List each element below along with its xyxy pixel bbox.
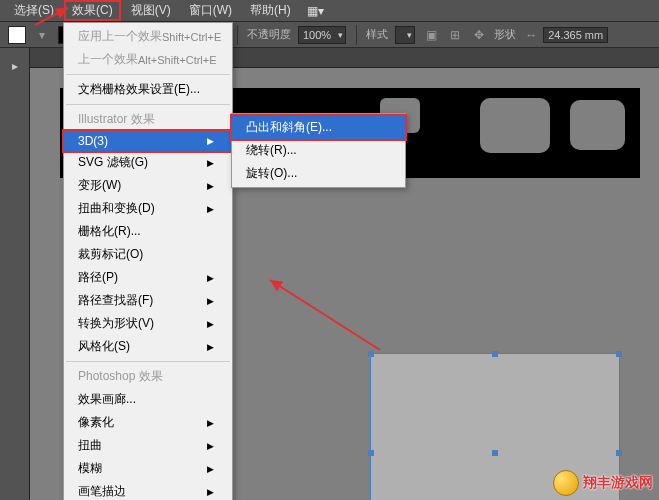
resize-handle[interactable] (368, 450, 374, 456)
menu-blur[interactable]: 模糊 (64, 457, 232, 480)
width-value[interactable]: 24.365 mm (543, 27, 608, 43)
menu-separator (66, 74, 230, 75)
separator (237, 25, 238, 45)
resize-handle[interactable] (616, 351, 622, 357)
toolbar-caret-icon[interactable]: ▾ (318, 4, 324, 18)
menu-doc-raster-settings[interactable]: 文档栅格效果设置(E)... (64, 78, 232, 101)
menu-pathfinder[interactable]: 路径查找器(F) (64, 289, 232, 312)
menu-help[interactable]: 帮助(H) (242, 0, 299, 21)
menu-section-illustrator: Illustrator 效果 (64, 108, 232, 131)
align-icon[interactable]: ▣ (421, 25, 441, 45)
align-icon-2[interactable]: ⊞ (445, 25, 465, 45)
menu-last-effect[interactable]: 上一个效果 Alt+Shift+Ctrl+E (64, 48, 232, 71)
menu-crop-marks[interactable]: 裁剪标记(O) (64, 243, 232, 266)
width-link-icon[interactable]: ↔ (521, 25, 541, 45)
style-combo[interactable] (395, 26, 415, 44)
menu-apply-last-effect[interactable]: 应用上一个效果 Shift+Ctrl+E (64, 25, 232, 48)
opacity-label: 不透明度 (247, 27, 291, 42)
fill-swatch[interactable] (8, 26, 26, 44)
menu-effects[interactable]: 效果(C) (64, 0, 121, 21)
watermark-logo-icon (553, 470, 579, 496)
resize-handle[interactable] (616, 450, 622, 456)
menu-section-photoshop: Photoshop 效果 (64, 365, 232, 388)
menu-warp[interactable]: 变形(W) (64, 174, 232, 197)
menu-view[interactable]: 视图(V) (123, 0, 179, 21)
opacity-combo[interactable]: 100% (298, 26, 346, 44)
resize-handle[interactable] (368, 351, 374, 357)
toolbar-icon[interactable]: ▦ (307, 4, 318, 18)
watermark: 翔丰游戏网 (553, 470, 653, 496)
selection-tool[interactable]: ▸ (3, 54, 27, 78)
transform-icon[interactable]: ✥ (469, 25, 489, 45)
menu-distort[interactable]: 扭曲 (64, 434, 232, 457)
style-label: 样式 (366, 27, 388, 42)
menu-path[interactable]: 路径(P) (64, 266, 232, 289)
menu-rasterize[interactable]: 栅格化(R)... (64, 220, 232, 243)
3d-submenu: 凸出和斜角(E)... 绕转(R)... 旋转(O)... (231, 113, 406, 188)
fill-dropdown-icon[interactable]: ▾ (32, 25, 52, 45)
menu-separator (66, 104, 230, 105)
menu-pixelate[interactable]: 像素化 (64, 411, 232, 434)
menu-separator (66, 361, 230, 362)
menu-3d[interactable]: 3D(3) (64, 131, 232, 151)
menu-select[interactable]: 选择(S) (6, 0, 62, 21)
menu-stylize-ill[interactable]: 风格化(S) (64, 335, 232, 358)
menu-bar: 选择(S) 效果(C) 视图(V) 窗口(W) 帮助(H) ▦ ▾ (0, 0, 659, 22)
tool-strip: ▸ (0, 48, 30, 500)
resize-handle[interactable] (492, 351, 498, 357)
menu-effect-gallery[interactable]: 效果画廊... (64, 388, 232, 411)
menu-svg-filters[interactable]: SVG 滤镜(G) (64, 151, 232, 174)
center-handle[interactable] (492, 450, 498, 456)
menu-window[interactable]: 窗口(W) (181, 0, 240, 21)
watermark-text: 翔丰游戏网 (583, 474, 653, 492)
menu-distort-transform[interactable]: 扭曲和变换(D) (64, 197, 232, 220)
submenu-extrude-bevel[interactable]: 凸出和斜角(E)... (232, 116, 405, 139)
effects-menu: 应用上一个效果 Shift+Ctrl+E 上一个效果 Alt+Shift+Ctr… (63, 22, 233, 500)
submenu-rotate[interactable]: 旋转(O)... (232, 162, 405, 185)
menu-convert-shape[interactable]: 转换为形状(V) (64, 312, 232, 335)
menu-brush-strokes[interactable]: 画笔描边 (64, 480, 232, 500)
submenu-revolve[interactable]: 绕转(R)... (232, 139, 405, 162)
shape-label: 形状 (494, 27, 516, 42)
separator (356, 25, 357, 45)
